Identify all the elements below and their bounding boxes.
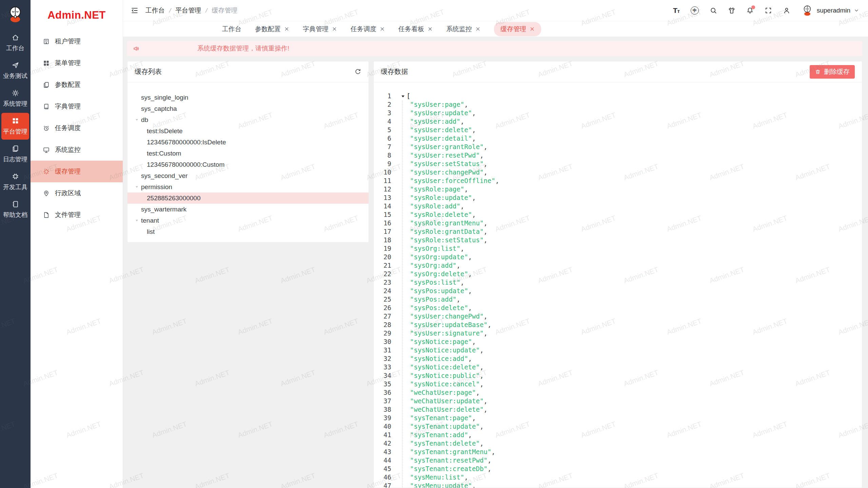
comma: , (480, 439, 484, 448)
tab-param-config[interactable]: 参数配置 (255, 25, 289, 34)
tree-node[interactable]: db (127, 114, 369, 125)
tab-dict-mgmt[interactable]: 字典管理 (303, 25, 337, 34)
sidebar-item-sys-monitor[interactable]: 系统监控 (31, 139, 123, 161)
json-string: "sysTenant:add" (400, 431, 468, 439)
breadcrumb-item[interactable]: 平台管理 (175, 6, 201, 15)
sidebar-item-menu-mgmt[interactable]: 菜单管理 (31, 52, 123, 74)
tree-node[interactable]: permission (127, 181, 369, 192)
rail-item-workbench[interactable]: 工作台 (1, 29, 29, 56)
line-number: 43 (374, 448, 391, 456)
tree-node[interactable]: tenant (127, 215, 369, 226)
sidebar-item-admin-region[interactable]: 行政区域 (31, 182, 123, 204)
close-icon[interactable] (530, 26, 535, 32)
sidebar-item-label: 系统监控 (55, 145, 81, 154)
line-number: 18 (374, 236, 391, 244)
sidebar-item-cache-mgmt[interactable]: 缓存管理 (31, 161, 123, 182)
tree-node-label: sys_wartermark (141, 206, 186, 213)
home-icon (12, 34, 19, 41)
tab-cache-mgmt[interactable]: 缓存管理 (494, 22, 541, 36)
comma: , (472, 109, 476, 117)
code-line: 40"sysTenant:update", (374, 422, 862, 431)
close-icon[interactable] (475, 26, 480, 32)
breadcrumb-item[interactable]: 工作台 (145, 6, 165, 15)
sidebar-item-label: 行政区域 (55, 189, 81, 198)
theme-icon[interactable] (728, 7, 735, 14)
code-line: 9"sysUser:setStatus", (374, 160, 862, 168)
menu-fold-icon[interactable] (131, 6, 139, 15)
comma: , (472, 482, 476, 488)
tab-job-board[interactable]: 任务看板 (398, 25, 433, 34)
json-viewer: 1[2"sysUser:page",3"sysUser:update",4"sy… (374, 82, 862, 488)
app-rail: 工作台业务测试系统管理平台管理日志管理开发工具帮助文档 (0, 0, 31, 488)
tree-node[interactable]: list (127, 226, 369, 237)
line-number: 41 (374, 431, 391, 439)
sidebar-item-dict-mgmt[interactable]: 字典管理 (31, 96, 123, 117)
sidebar-item-job-schedule[interactable]: 任务调度 (31, 117, 123, 139)
json-string: "sysTenant:resetPwd" (400, 456, 488, 465)
tree-node[interactable]: test:Custom (127, 148, 369, 159)
close-icon[interactable] (332, 26, 337, 32)
tree-node[interactable]: sys_captcha (127, 103, 369, 114)
line-number: 21 (374, 261, 391, 270)
line-number: 19 (374, 244, 391, 253)
close-icon[interactable] (380, 26, 385, 32)
rail-item-system-mgmt[interactable]: 系统管理 (1, 85, 29, 112)
tree-node[interactable]: sys_wartermark (127, 204, 369, 215)
comma: , (484, 312, 487, 321)
tree-node[interactable]: 252885263000000 (127, 192, 369, 204)
line-number: 13 (374, 194, 391, 202)
app-logo[interactable] (0, 0, 31, 28)
sidebar-item-label: 参数配置 (55, 80, 81, 89)
tree-node[interactable]: test:IsDelete (127, 125, 369, 137)
json-string-item: "sysUser:grantRole", (400, 143, 488, 151)
code-line: 13"sysRole:update", (374, 194, 862, 202)
language-glyph: 中 (691, 6, 699, 15)
tree-node[interactable]: 123456780000000:Custom (127, 159, 369, 170)
rail-item-help-docs[interactable]: 帮助文档 (1, 196, 29, 223)
theme-icon (728, 7, 735, 14)
tree-node[interactable]: 123456780000000:IsDelete (127, 137, 369, 148)
refresh-icon[interactable] (354, 68, 361, 75)
tab-workbench[interactable]: 工作台 (222, 25, 241, 34)
json-string-item: "sysOrg:delete", (400, 270, 472, 278)
close-icon[interactable] (428, 26, 433, 32)
user-menu[interactable]: superadmin (801, 4, 859, 17)
caret-down-icon[interactable] (135, 218, 139, 223)
rail-item-platform-mgmt[interactable]: 平台管理 (1, 113, 29, 140)
code-line: 17"sysRole:grantData", (374, 227, 862, 236)
font-size-icon[interactable]: Tт (673, 6, 680, 15)
sidebar-item-file-mgmt[interactable]: 文件管理 (31, 204, 123, 226)
tab-label: 缓存管理 (500, 25, 526, 34)
json-string: "sysUser:detail" (400, 134, 472, 143)
notebook-icon (12, 200, 19, 208)
tab-sys-monitor[interactable]: 系统监控 (446, 25, 480, 34)
comma: , (464, 100, 468, 109)
close-icon[interactable] (284, 26, 289, 32)
caret-down-icon[interactable] (135, 118, 139, 122)
sidebar-item-tenant-mgmt[interactable]: 租户管理 (31, 30, 123, 52)
fullscreen-icon[interactable] (765, 7, 772, 14)
delete-cache-button[interactable]: 删除缓存 (810, 65, 855, 79)
profile-icon[interactable] (783, 7, 790, 14)
rail-item-log-mgmt[interactable]: 日志管理 (1, 141, 29, 167)
search-icon[interactable] (710, 7, 717, 14)
fold-icon[interactable] (400, 94, 406, 99)
json-string: "sysRole:setStatus" (400, 236, 484, 244)
json-string-item: "sysUser:page", (400, 100, 468, 109)
sidebar-item-label: 菜单管理 (55, 59, 81, 67)
rail-item-biz-test[interactable]: 业务测试 (1, 57, 29, 84)
sidebar-item-param-config[interactable]: 参数配置 (31, 74, 123, 96)
tab-job-schedule[interactable]: 任务调度 (351, 25, 385, 34)
code-line: 20"sysOrg:update", (374, 253, 862, 261)
caret-down-icon[interactable] (135, 185, 139, 189)
notification-bell-icon[interactable] (746, 7, 754, 14)
comma: , (484, 227, 487, 236)
rail-item-label: 系统管理 (3, 100, 27, 108)
tree-node[interactable]: sys_second_ver (127, 170, 369, 181)
language-icon[interactable]: 中 (691, 6, 699, 15)
rail-item-dev-tools[interactable]: 开发工具 (1, 168, 29, 195)
line-number: 45 (374, 465, 391, 473)
tree-node[interactable]: sys_single_login (127, 92, 369, 103)
code-line: 37"weChatUser:update", (374, 397, 862, 405)
book-icon (43, 103, 50, 110)
